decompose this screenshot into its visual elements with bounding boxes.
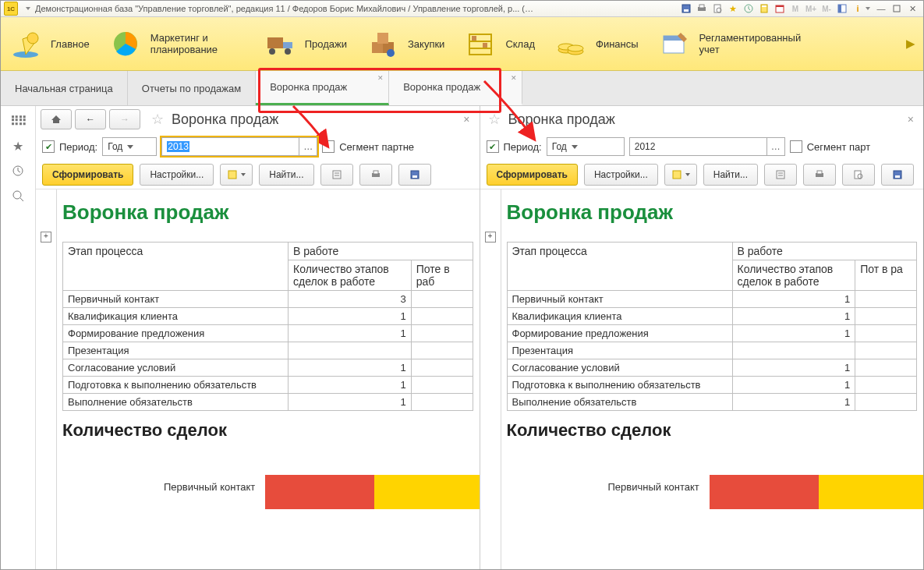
chart-category-label: Первичный контакт xyxy=(608,481,699,493)
section-sales-label: Продажи xyxy=(305,38,347,50)
search-tool-icon[interactable] xyxy=(11,189,25,203)
section-warehouse-label: Склад xyxy=(505,38,535,50)
table-row: Квалификация клиента1 xyxy=(507,308,917,325)
variants-button[interactable] xyxy=(220,164,253,186)
print-icon[interactable] xyxy=(695,2,709,16)
sections-more-icon[interactable]: ▶ xyxy=(906,37,915,51)
favorite-outline-icon[interactable]: ☆ xyxy=(151,111,164,128)
table-row: Выполнение обязательств1 xyxy=(507,394,917,411)
back-button[interactable]: ← xyxy=(75,109,106,129)
history-clock-icon[interactable] xyxy=(11,164,25,178)
info-caret-icon[interactable] xyxy=(866,7,870,10)
cell-count: 1 xyxy=(732,359,855,377)
print-report-button[interactable] xyxy=(803,164,836,186)
calculator-icon[interactable] xyxy=(757,2,771,16)
tab-close-icon[interactable]: ✕ xyxy=(377,74,384,82)
section-main[interactable]: Главное xyxy=(9,28,90,59)
panels-layout-icon[interactable] xyxy=(835,2,849,16)
app-menu-caret-icon[interactable] xyxy=(26,7,30,10)
cell-potential xyxy=(855,342,917,359)
expand-icon[interactable]: + xyxy=(41,232,51,243)
variants-button[interactable] xyxy=(664,164,697,186)
window-titlebar: 1C Демонстрационная база "Управление тор… xyxy=(1,1,923,17)
panel-close-icon[interactable]: × xyxy=(458,113,474,126)
ellipsis-button[interactable]: … xyxy=(766,138,784,155)
apps-grid-icon[interactable]: ⠿⠿ xyxy=(11,114,25,128)
panel-close-icon[interactable]: × xyxy=(903,113,919,126)
section-marketing[interactable]: Маркетинг и планирование xyxy=(108,28,244,59)
section-warehouse[interactable]: Склад xyxy=(463,28,535,59)
period-value-input[interactable]: 2012… xyxy=(629,137,785,156)
table-row: Первичный контакт3 xyxy=(63,291,473,308)
favorite-star-icon[interactable]: ★ xyxy=(11,139,25,153)
preview-report-button[interactable] xyxy=(842,164,875,186)
deals-chart: Первичный контакт xyxy=(507,456,918,519)
section-sales[interactable]: Продажи xyxy=(263,28,347,59)
maximize-button[interactable] xyxy=(890,2,904,16)
section-finance-label: Финансы xyxy=(596,38,639,50)
find-button[interactable]: Найти... xyxy=(703,164,758,186)
print-report-button[interactable] xyxy=(359,164,392,186)
period-checkbox[interactable]: ✔ xyxy=(487,140,499,153)
cell-potential xyxy=(855,291,917,308)
period-kind-select[interactable]: Год xyxy=(102,137,157,156)
expand-icon[interactable]: + xyxy=(485,232,496,243)
tab-funnel-1[interactable]: Воронка продаж✕ xyxy=(256,71,389,105)
find-button[interactable]: Найти... xyxy=(259,164,313,186)
memory-m-button[interactable]: M xyxy=(788,2,802,16)
section-purchases[interactable]: Закупки xyxy=(366,28,444,59)
home-button[interactable] xyxy=(41,109,72,129)
save-icon[interactable] xyxy=(679,2,693,16)
print-preview-icon[interactable] xyxy=(710,2,724,16)
favorite-icon[interactable]: ★ xyxy=(726,2,740,16)
tab-sales-reports[interactable]: Отчеты по продажам xyxy=(128,71,256,105)
forward-button[interactable]: → xyxy=(109,109,140,129)
settings-button[interactable]: Настройки... xyxy=(140,164,214,186)
period-checkbox[interactable]: ✔ xyxy=(42,140,55,153)
period-value-text: 2013 xyxy=(167,141,189,152)
cell-stage: Презентация xyxy=(63,342,289,359)
expand-groups-button[interactable] xyxy=(320,164,353,186)
close-button[interactable]: ✕ xyxy=(905,2,919,16)
expand-groups-button[interactable] xyxy=(764,164,797,186)
col-stage: Этап процесса xyxy=(63,243,289,291)
settings-button[interactable]: Настройки... xyxy=(584,164,658,186)
section-regulated-label: Регламентированный учет xyxy=(699,32,793,55)
run-report-button[interactable]: Сформировать xyxy=(487,164,578,186)
svg-point-37 xyxy=(13,191,21,199)
svg-rect-28 xyxy=(472,36,476,41)
period-kind-select[interactable]: Год xyxy=(547,137,625,156)
tab-funnel-2[interactable]: Воронка продаж✕ xyxy=(389,71,522,105)
report-panel-right: ☆ Воронка продаж × ✔ Период: Год 2012… ✔… xyxy=(480,106,924,569)
history-icon[interactable] xyxy=(742,2,756,16)
chart-bar xyxy=(265,475,480,509)
cell-stage: Согласование условий xyxy=(63,359,289,377)
save-report-button[interactable] xyxy=(398,164,431,186)
delivery-truck-icon xyxy=(263,28,297,59)
section-regulated[interactable]: Регламентированный учет xyxy=(657,28,793,59)
calendar-icon[interactable] xyxy=(773,2,787,16)
cell-potential xyxy=(411,342,473,359)
period-value-input[interactable]: 2013… xyxy=(161,137,317,156)
favorite-outline-icon[interactable]: ☆ xyxy=(488,111,501,128)
cell-stage: Презентация xyxy=(507,342,732,359)
report-table: Этап процесса В работе Количество этапов… xyxy=(62,242,473,411)
minimize-button[interactable]: — xyxy=(874,2,888,16)
save-report-button[interactable] xyxy=(881,164,914,186)
chevron-down-icon xyxy=(572,145,578,149)
info-icon[interactable]: i xyxy=(851,2,865,16)
tab-close-icon[interactable]: ✕ xyxy=(511,74,517,82)
cell-potential xyxy=(411,377,473,394)
cell-count: 1 xyxy=(732,308,855,325)
ellipsis-button[interactable]: … xyxy=(299,138,317,155)
segment-checkbox[interactable]: ✔ xyxy=(790,140,802,153)
memory-mplus-button[interactable]: M+ xyxy=(804,2,818,16)
memory-mminus-button[interactable]: M- xyxy=(820,2,834,16)
chart-category-label: Первичный контакт xyxy=(164,481,255,493)
segment-checkbox[interactable]: ✔ xyxy=(322,140,335,153)
tab-start-page[interactable]: Начальная страница xyxy=(1,71,128,105)
run-report-button[interactable]: Сформировать xyxy=(42,164,133,186)
deals-chart: Первичный контакт xyxy=(62,456,473,519)
period-kind-value: Год xyxy=(108,141,122,152)
section-finance[interactable]: Финансы xyxy=(554,28,639,59)
